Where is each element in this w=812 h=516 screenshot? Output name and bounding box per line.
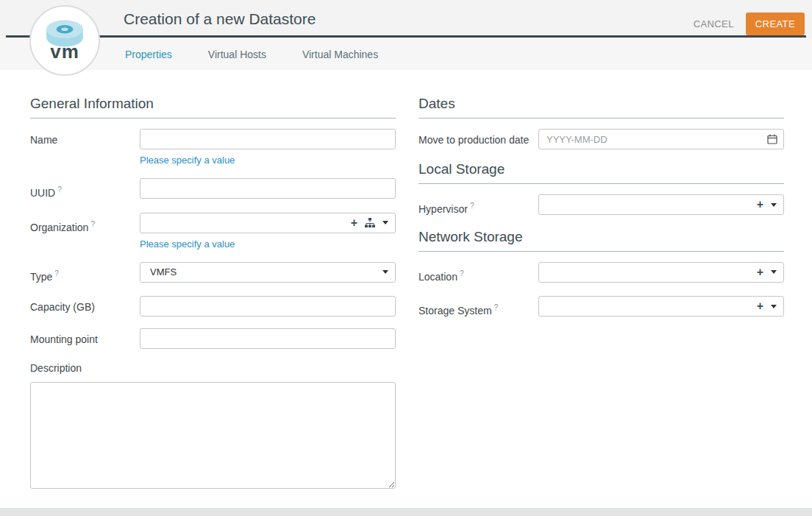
hypervisor-help-icon[interactable]: ? [470, 202, 474, 210]
tab-virtual-hosts[interactable]: Virtual Hosts [208, 49, 266, 60]
location-label: Location [419, 270, 457, 282]
sitemap-icon[interactable] [365, 218, 375, 227]
type-label-wrap: Type? [30, 262, 140, 285]
uuid-help-icon[interactable]: ? [57, 185, 62, 194]
type-label: Type [30, 270, 52, 282]
location-help-icon[interactable]: ? [460, 269, 464, 278]
header-divider [6, 35, 806, 38]
section-title-local-storage: Local Storage [419, 161, 784, 184]
tab-properties[interactable]: Properties [125, 49, 172, 60]
cancel-button[interactable]: CANCEL [694, 18, 734, 29]
capacity-input[interactable] [140, 296, 396, 317]
hypervisor-select[interactable]: + [538, 194, 784, 215]
general-information-section: General Information Name Please specify … [30, 96, 396, 492]
section-title-network-storage: Network Storage [419, 229, 784, 252]
uuid-label-wrap: UUID? [30, 178, 140, 201]
storage-system-select[interactable]: + [538, 296, 784, 317]
name-input[interactable] [140, 129, 396, 149]
add-hypervisor-icon[interactable]: + [757, 199, 763, 211]
hypervisor-label-wrap: Hypervisor? [419, 194, 538, 217]
section-title-general-information: General Information [30, 96, 396, 119]
header: Creation of a new Datastore CANCEL CREAT… [0, 0, 812, 38]
location-row: Location? + [419, 262, 784, 285]
name-label: Name [30, 129, 140, 166]
tab-virtual-machines[interactable]: Virtual Machines [302, 49, 378, 60]
storage-system-label: Storage System [419, 305, 492, 317]
description-row: Description [30, 361, 396, 492]
storage-system-row: Storage System? + [419, 296, 784, 319]
storage-system-label-wrap: Storage System? [419, 296, 538, 319]
move-to-production-label: Move to production date [419, 129, 538, 149]
capacity-row: Capacity (GB) [30, 296, 396, 317]
mounting-point-input[interactable] [140, 328, 396, 349]
organization-label-wrap: Organization? [30, 213, 140, 250]
uuid-row: UUID? [30, 178, 396, 201]
type-row: Type? VMFS [30, 262, 396, 285]
location-label-wrap: Location? [419, 262, 538, 285]
caret-down-icon[interactable] [771, 203, 777, 207]
caret-down-icon[interactable] [382, 270, 388, 274]
organization-select[interactable]: + [140, 213, 396, 233]
logo-text: vm [50, 40, 79, 63]
mounting-point-row: Mounting point [30, 328, 396, 349]
page-title: Creation of a new Datastore [124, 10, 316, 28]
organization-help-icon[interactable]: ? [90, 220, 95, 228]
create-button[interactable]: CREATE [746, 13, 805, 35]
name-row: Name Please specify a value [30, 129, 396, 166]
mounting-point-label: Mounting point [30, 328, 140, 349]
type-select-value: VMFS [150, 266, 382, 278]
storage-system-help-icon[interactable]: ? [494, 303, 499, 311]
add-organization-icon[interactable]: + [351, 217, 357, 229]
hypervisor-label: Hypervisor [419, 203, 468, 215]
caret-down-icon[interactable] [382, 221, 388, 225]
move-to-production-row: Move to production date [419, 129, 784, 149]
organization-row: Organization? + [30, 213, 396, 250]
move-to-production-date-input[interactable] [538, 129, 784, 149]
app-logo: vm [29, 5, 100, 76]
caret-down-icon[interactable] [771, 305, 777, 308]
description-label: Description [30, 361, 396, 376]
header-actions: CANCEL CREATE [694, 13, 805, 35]
organization-label: Organization [30, 221, 88, 233]
uuid-label: UUID [30, 187, 55, 199]
right-column: Dates Move to production date L [419, 96, 784, 331]
hypervisor-row: Hypervisor? + [419, 194, 784, 217]
description-textarea[interactable] [30, 382, 396, 489]
uuid-input[interactable] [140, 178, 396, 199]
name-error-message: Please specify a value [140, 154, 396, 166]
type-help-icon[interactable]: ? [54, 269, 59, 278]
form-content: General Information Name Please specify … [0, 70, 812, 508]
location-select[interactable]: + [538, 262, 784, 283]
type-select[interactable]: VMFS [140, 262, 396, 283]
organization-error-message: Please specify a value [140, 238, 396, 250]
tab-bar: Properties Virtual Hosts Virtual Machine… [0, 38, 812, 70]
capacity-label: Capacity (GB) [30, 296, 140, 317]
add-storage-system-icon[interactable]: + [757, 300, 763, 312]
section-title-dates: Dates [419, 96, 784, 119]
calendar-icon[interactable] [767, 134, 777, 144]
caret-down-icon[interactable] [771, 270, 777, 274]
add-location-icon[interactable]: + [757, 266, 763, 278]
